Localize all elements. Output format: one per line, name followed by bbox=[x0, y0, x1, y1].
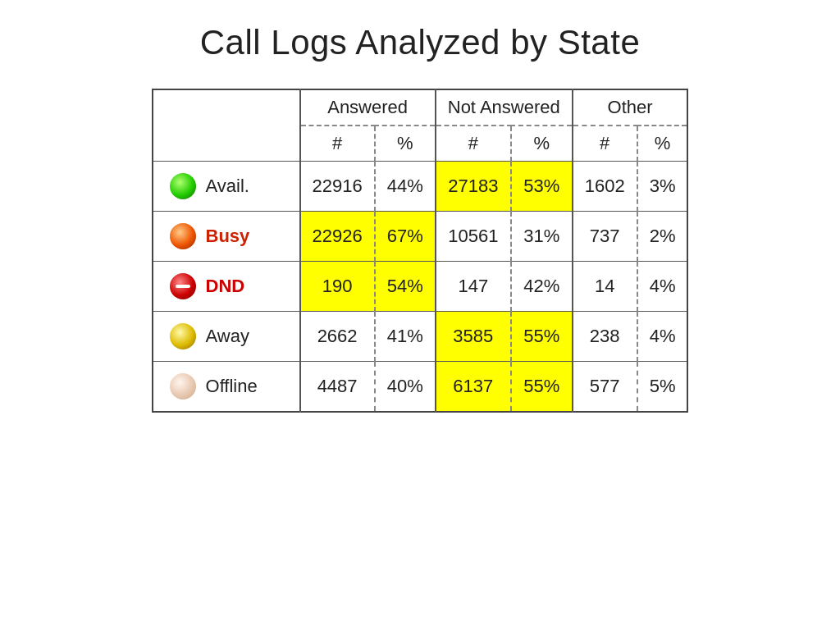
table-cell: 6137 bbox=[436, 362, 511, 413]
row-label-busy: Busy bbox=[162, 217, 288, 256]
row-label-text-dnd: DND bbox=[206, 276, 245, 297]
row-label-offline: Offline bbox=[162, 367, 288, 406]
table-cell: 3585 bbox=[436, 312, 511, 362]
table-cell: 54% bbox=[375, 262, 436, 312]
table-cell: 55% bbox=[511, 312, 573, 362]
table-cell: 27183 bbox=[436, 162, 511, 212]
row-label-text-busy: Busy bbox=[206, 226, 250, 247]
col-other-hash: # bbox=[573, 126, 637, 162]
col-answered-hash: # bbox=[300, 126, 375, 162]
table-cell: 3% bbox=[637, 162, 688, 212]
col-header-answered: Answered bbox=[300, 89, 436, 126]
table-cell: 190 bbox=[300, 262, 375, 312]
table-cell: 238 bbox=[573, 312, 637, 362]
col-answered-pct: % bbox=[375, 126, 436, 162]
table-cell: 67% bbox=[375, 212, 436, 262]
table-cell: 5% bbox=[637, 362, 688, 413]
col-other-pct: % bbox=[637, 126, 688, 162]
table-cell: 4% bbox=[637, 262, 688, 312]
table-cell: 22916 bbox=[300, 162, 375, 212]
table-cell: 44% bbox=[375, 162, 436, 212]
table-cell: 1602 bbox=[573, 162, 637, 212]
table-cell: 4% bbox=[637, 312, 688, 362]
page-title: Call Logs Analyzed by State bbox=[200, 23, 641, 62]
row-label-text-avail: Avail. bbox=[206, 176, 249, 197]
table-cell: 40% bbox=[375, 362, 436, 413]
col-header-other: Other bbox=[573, 89, 688, 126]
col-header-not-answered: Not Answered bbox=[436, 89, 573, 126]
row-label-text-away: Away bbox=[206, 326, 249, 347]
offline-icon bbox=[170, 373, 196, 399]
busy-icon bbox=[170, 223, 196, 249]
table-cell: 4487 bbox=[300, 362, 375, 413]
data-table: Answered Not Answered Other # % # % # % … bbox=[152, 89, 689, 413]
table-cell: 577 bbox=[573, 362, 637, 413]
table-cell: 42% bbox=[511, 262, 573, 312]
table-cell: 55% bbox=[511, 362, 573, 413]
table-cell: 737 bbox=[573, 212, 637, 262]
col-notanswered-hash: # bbox=[436, 126, 511, 162]
away-icon bbox=[170, 323, 196, 349]
row-label-avail: Avail. bbox=[162, 167, 288, 206]
table-cell: 2662 bbox=[300, 312, 375, 362]
avail-icon bbox=[170, 173, 196, 199]
table-cell: 147 bbox=[436, 262, 511, 312]
table-cell: 22926 bbox=[300, 212, 375, 262]
dnd-icon bbox=[170, 273, 196, 299]
table-cell: 41% bbox=[375, 312, 436, 362]
col-notanswered-pct: % bbox=[511, 126, 573, 162]
table-cell: 53% bbox=[511, 162, 573, 212]
row-label-text-offline: Offline bbox=[206, 376, 258, 397]
row-label-away: Away bbox=[162, 317, 288, 356]
table-cell: 2% bbox=[637, 212, 688, 262]
table-cell: 31% bbox=[511, 212, 573, 262]
row-label-dnd: DND bbox=[162, 267, 288, 306]
table-cell: 10561 bbox=[436, 212, 511, 262]
table-cell: 14 bbox=[573, 262, 637, 312]
